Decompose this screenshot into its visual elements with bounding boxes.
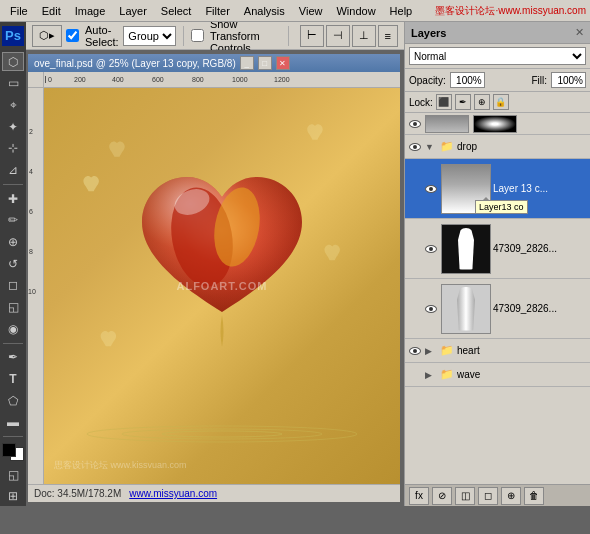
menu-item-layer[interactable]: Layer [113,3,153,19]
status-link[interactable]: www.missyuan.com [129,488,217,499]
layer-visibility-heart[interactable] [407,343,423,359]
gradient-tool[interactable]: ◱ [2,297,24,317]
thumb-top-dark [474,116,516,132]
lock-pixels-btn[interactable]: ⬛ [436,94,452,110]
auto-select-checkbox[interactable] [66,29,79,42]
ruler-v-mark-2: 2 [29,128,33,135]
transform-label: Show Transform Controls [210,22,281,54]
align-center-btn[interactable]: ⊣ [326,25,350,47]
eraser-tool[interactable]: ◻ [2,275,24,295]
menu-bar: File Edit Image Layer Select Filter Anal… [0,0,590,22]
ruler-h-marks: 200 0 400 600 800 1000 1200 [44,72,400,88]
ruler-v-marks: 0 2 4 6 8 10 [28,88,43,484]
crop-tool[interactable]: ⊹ [2,138,24,158]
menu-item-file[interactable]: File [4,3,34,19]
layer-delete-btn[interactable]: 🗑 [524,487,544,505]
layer-row-47309-2[interactable]: 47309_2826... [405,279,590,339]
shape-tool[interactable]: ▬ [2,412,24,432]
main-area: Ps ⬡ ▭ ⌖ ✦ ⊹ ⊿ ✚ ✏ ⊕ ↺ ◻ ◱ ◉ ✒ T ⬠ ▬ ◱ ⊞… [0,22,590,506]
foreground-color[interactable] [2,443,16,457]
water-ripple [82,414,362,454]
healing-tool[interactable]: ✚ [2,189,24,209]
menu-item-view[interactable]: View [293,3,329,19]
align-left-btn[interactable]: ⊢ [300,25,324,47]
layers-list: ▼ 📁 drop Layer 13 c... Layer13 co [405,113,590,484]
auto-select-dropdown[interactable]: Group Layer [123,26,176,46]
brush-tool[interactable]: ✏ [2,210,24,230]
lock-move-btn[interactable]: ⊕ [474,94,490,110]
layer-visibility-47309-1[interactable] [423,241,439,257]
ruler-mark-0: 0 [45,76,52,83]
layer-row-drop[interactable]: ▼ 📁 drop [405,135,590,159]
text-tool[interactable]: T [2,369,24,389]
eyedropper-tool[interactable]: ⊿ [2,160,24,180]
menu-item-image[interactable]: Image [69,3,112,19]
menu-item-help[interactable]: Help [384,3,419,19]
layer-visibility-13[interactable] [423,181,439,197]
site-watermark: 墨客设计论坛·www.missyuan.com [435,4,586,18]
eye-icon-drop [409,143,421,151]
color-swatches[interactable] [2,443,24,461]
doc-minimize-btn[interactable]: _ [240,56,254,70]
history-brush[interactable]: ↺ [2,254,24,274]
layer-row-13[interactable]: Layer 13 c... Layer13 co [405,159,590,219]
thumb-top-gradient [426,116,468,132]
align-bottom-btn[interactable]: ⊥ [352,25,376,47]
layers-panel-close[interactable]: ✕ [575,26,584,39]
layer-row-heart[interactable]: ▶ 📁 heart [405,339,590,363]
path-tool[interactable]: ⬠ [2,391,24,411]
ruler-row: 200 0 400 600 800 1000 1200 [28,72,400,88]
dodge-tool[interactable]: ◉ [2,319,24,339]
quick-mask[interactable]: ◱ [2,465,24,485]
fill-label: Fill: [531,75,547,86]
lock-position-btn[interactable]: ✒ [455,94,471,110]
move-icon-btn[interactable]: ⬡▸ [32,25,62,47]
fill-input[interactable] [551,72,586,88]
layer-visibility-wave[interactable] [407,367,423,383]
layer-fx-btn[interactable]: fx [409,487,429,505]
menu-item-window[interactable]: Window [330,3,381,19]
layers-opacity-fill-row: Opacity: Fill: [405,69,590,92]
ruler-mark-1000: 1000 [232,76,248,83]
layer-row-wave[interactable]: ▶ 📁 wave [405,363,590,387]
layer-visibility-top[interactable] [407,116,423,132]
expand-heart[interactable]: ▶ [425,346,437,356]
auto-select-label: Auto-Select: [85,24,119,48]
ruler-mark-800: 800 [192,76,204,83]
layer-visibility-47309-2[interactable] [423,301,439,317]
layer-info-47309-1: 47309_2826... [493,243,588,254]
move-tool[interactable]: ⬡ [2,52,24,72]
layers-panel-header: Layers ✕ [405,22,590,44]
layer-group-btn[interactable]: ◻ [478,487,498,505]
menu-item-edit[interactable]: Edit [36,3,67,19]
layer-mask-btn[interactable]: ⊘ [432,487,452,505]
doc-maximize-btn[interactable]: □ [258,56,272,70]
layer-adjustment-btn[interactable]: ◫ [455,487,475,505]
menu-item-analysis[interactable]: Analysis [238,3,291,19]
marquee-tool[interactable]: ▭ [2,73,24,93]
layer-thumb-47309-1 [441,224,491,274]
options-toolbar: ⬡▸ Auto-Select: Group Layer Show Transfo… [26,22,404,50]
layer-row-47309-1[interactable]: 47309_2826... [405,219,590,279]
layer-visibility-drop[interactable] [407,139,423,155]
menu-item-select[interactable]: Select [155,3,198,19]
layers-mode-select[interactable]: Normal Multiply Screen Overlay [409,47,586,65]
quick-select-tool[interactable]: ✦ [2,117,24,137]
menu-item-filter[interactable]: Filter [199,3,235,19]
pen-tool[interactable]: ✒ [2,347,24,367]
eye-icon-heart [409,347,421,355]
layer-new-btn[interactable]: ⊕ [501,487,521,505]
screen-mode[interactable]: ⊞ [2,486,24,506]
lasso-tool[interactable]: ⌖ [2,95,24,115]
distribute-btn[interactable]: ≡ [378,25,398,47]
opacity-input[interactable] [450,72,485,88]
layer-row-top[interactable] [405,113,590,135]
clone-tool[interactable]: ⊕ [2,232,24,252]
transform-checkbox[interactable] [191,29,204,42]
lock-all-btn[interactable]: 🔒 [493,94,509,110]
doc-close-btn[interactable]: ✕ [276,56,290,70]
expand-drop[interactable]: ▼ [425,142,437,152]
layer-info-wave: wave [457,369,588,380]
expand-wave[interactable]: ▶ [425,370,437,380]
heart-shape-svg [122,147,322,347]
